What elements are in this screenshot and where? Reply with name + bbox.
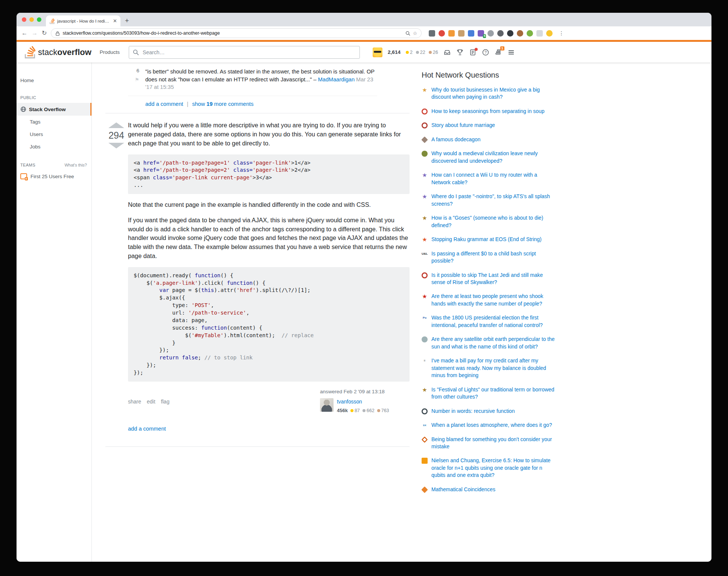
hot-question-link[interactable]: Number in words: recursive function: [431, 408, 515, 415]
code-token: [179, 354, 182, 361]
hot-question-item: Mathematical Coincidences: [422, 486, 556, 493]
back-icon[interactable]: ←: [21, 30, 27, 36]
bookmark-star-icon[interactable]: ☆: [413, 31, 417, 36]
hot-question-link[interactable]: Is it possible to skip The Last Jedi and…: [431, 272, 556, 286]
code-token: [230, 160, 233, 166]
hot-question-link[interactable]: Is "Festival of Lights" our traditional …: [431, 386, 556, 401]
maximize-window-button[interactable]: [37, 17, 41, 22]
browser-menu-icon[interactable]: ⋮: [559, 30, 564, 36]
extension-tan-icon[interactable]: [458, 30, 465, 37]
code-token: ,: [211, 302, 214, 308]
forward-icon[interactable]: →: [32, 30, 38, 36]
hot-question-link[interactable]: Where do I paste "-nointro", to skip ATS…: [431, 193, 556, 208]
browser-window: javascript - How do I redirect to ✕ + ← …: [17, 13, 711, 562]
hot-question-link[interactable]: Why would a medieval civilization leave …: [431, 150, 556, 165]
hot-question-link[interactable]: When a planet loses atmosphere, where do…: [431, 422, 552, 429]
extension-light-icon[interactable]: [536, 30, 543, 37]
teams-label: TEAMS: [20, 163, 35, 167]
sidebar-item-stack-overflow[interactable]: Stack Overflow: [17, 103, 91, 116]
extension-gray-icon[interactable]: [487, 30, 494, 37]
inbox-icon[interactable]: [443, 49, 451, 56]
search-input[interactable]: [142, 49, 356, 56]
extension-dark-icon[interactable]: [507, 30, 513, 37]
sidebar-item-jobs[interactable]: Jobs: [17, 141, 91, 153]
add-comment-link[interactable]: add a comment: [145, 101, 183, 107]
code-token: type:: [134, 302, 192, 308]
whats-this-link[interactable]: What's this?: [64, 163, 87, 167]
answer-add-comment: add a comment: [128, 425, 410, 433]
zoom-icon[interactable]: [405, 31, 410, 36]
badge-number: 662: [367, 407, 375, 414]
hot-question-link[interactable]: Mathematical Coincidences: [431, 486, 495, 493]
hot-question-link[interactable]: Why do tourist businesses in Mexico give…: [431, 86, 556, 101]
close-window-button[interactable]: [22, 17, 26, 22]
code-token: this: [201, 287, 214, 293]
answerer-name-link[interactable]: tvanfosson: [337, 398, 389, 406]
sidebar-item-users[interactable]: Users: [17, 128, 91, 141]
flag-icon[interactable]: ⚑: [135, 77, 139, 83]
flag-link[interactable]: flag: [161, 398, 170, 405]
hot-question-link[interactable]: Is passing a different $0 to a child bas…: [431, 250, 556, 265]
edit-link[interactable]: edit: [147, 398, 155, 405]
hot-question-item: ★How can I connect a Wii U to my router …: [422, 171, 556, 186]
code-token: <span: [134, 174, 153, 180]
extension-leaf-icon[interactable]: [527, 30, 533, 37]
new-tab-button[interactable]: +: [125, 17, 129, 24]
upvote-arrow[interactable]: [108, 122, 124, 128]
extension-smiley-icon[interactable]: [546, 30, 553, 37]
sidebar-item-tags[interactable]: Tags: [17, 116, 91, 128]
hot-question-link[interactable]: Story about future marriage: [431, 122, 495, 129]
sidebar-section-teams: TEAMS What's this?: [17, 153, 91, 170]
sidebar-item-teams-free[interactable]: First 25 Users Free: [17, 170, 91, 182]
add-comment-link[interactable]: add a comment: [128, 426, 166, 432]
hamburger-icon[interactable]: [507, 49, 515, 56]
hot-question-link[interactable]: Being blamed for something you don't con…: [431, 436, 556, 451]
browser-tab[interactable]: javascript - How do I redirect to ✕: [46, 15, 120, 26]
site-switcher-icon[interactable]: 1: [495, 49, 502, 56]
extension-pretzel-icon[interactable]: [517, 30, 523, 37]
user-avatar[interactable]: [373, 47, 382, 57]
hot-question-link[interactable]: I've made a bill pay for my credit card …: [431, 357, 556, 379]
hot-question-link[interactable]: How to keep seasonings from separating i…: [431, 108, 544, 115]
hot-question-item: U&LIs passing a different $0 to a child …: [422, 250, 556, 265]
downvote-arrow[interactable]: [108, 143, 124, 148]
products-menu[interactable]: Products: [94, 49, 125, 55]
show-more-comments-link[interactable]: show 19 more comments: [192, 101, 253, 107]
extension-info-icon[interactable]: [497, 30, 504, 37]
hot-question-link[interactable]: How can I connect a Wii U to my router w…: [431, 171, 556, 186]
hot-question-link[interactable]: Stopping Raku grammar at EOS (End of Str…: [431, 236, 542, 243]
share-link[interactable]: share: [128, 398, 141, 405]
extension-card-icon[interactable]: [468, 30, 474, 37]
review-icon[interactable]: [469, 49, 477, 56]
reload-icon[interactable]: ↻: [42, 30, 47, 36]
minimize-window-button[interactable]: [29, 17, 34, 22]
sidebar-item-home[interactable]: Home: [17, 75, 91, 86]
hot-question-link[interactable]: Was the 1800 US presidential election th…: [431, 314, 556, 329]
comment-author-link[interactable]: MadMaardigan: [318, 76, 355, 83]
badge-number: 763: [381, 407, 389, 414]
hot-question-link[interactable]: A famous dodecagon: [431, 136, 481, 143]
extension-orange-icon[interactable]: [448, 30, 455, 37]
hot-question-link[interactable]: Are there any satellite orbit earth perp…: [431, 336, 556, 350]
hot-question-link[interactable]: Are there at least two people present wh…: [431, 293, 556, 307]
extension-adblock-icon[interactable]: [439, 30, 445, 37]
reputation-score[interactable]: 2,614: [388, 49, 401, 55]
extension-shield-icon[interactable]: [429, 30, 435, 37]
badge-dot-icon: [429, 51, 432, 54]
address-bar[interactable]: stackoverflow.com/questions/503093/how-d…: [51, 28, 422, 38]
achievements-trophy-icon[interactable]: [456, 49, 464, 56]
site-icon: [422, 272, 428, 278]
extension-badge-icon[interactable]: 5: [478, 30, 484, 37]
stackoverflow-logo[interactable]: stackoverflow: [21, 46, 94, 59]
code-token: >3</a>: [253, 174, 272, 180]
lock-icon: [55, 31, 60, 36]
code-token: $.ajax({: [134, 295, 185, 301]
code-token: // to stop link: [204, 354, 253, 361]
tab-close-icon[interactable]: ✕: [113, 18, 117, 23]
hot-question-link[interactable]: Nielsen and Chuang, Exercise 6.5: How to…: [431, 457, 556, 479]
hot-question-link[interactable]: How is a "Goses" (someone who is about t…: [431, 214, 556, 229]
left-navigation: Home PUBLIC Stack Overflow Tags Users Jo…: [17, 63, 92, 562]
answerer-avatar[interactable]: [320, 398, 334, 412]
help-icon[interactable]: ?: [482, 49, 489, 56]
search-bar[interactable]: [129, 46, 360, 59]
